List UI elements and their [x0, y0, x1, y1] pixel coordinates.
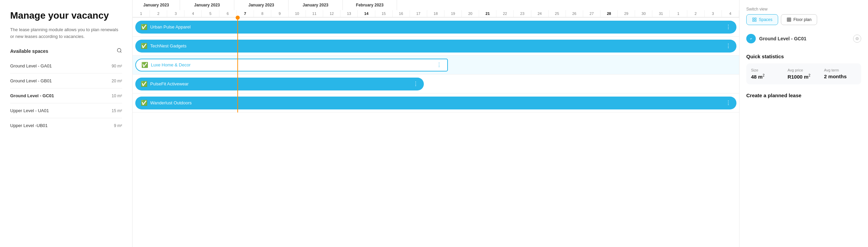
calendar-body: ✅ Urban Pulse Apparel ⋮ ✅ TechNest Gadge…	[133, 18, 739, 112]
lease-name-gc01: Luxe Home & Decor	[151, 62, 191, 67]
create-lease-title: Create a planned lease	[746, 92, 861, 98]
dots-icon-gc01[interactable]: ⋮	[436, 62, 442, 68]
check-circle-icon	[749, 36, 753, 41]
svg-point-0	[117, 48, 121, 52]
right-panel: Switch view Spaces Floor plan	[739, 0, 868, 247]
day-31: 31	[652, 10, 670, 17]
page-title: Manage your vacancy	[10, 10, 122, 21]
floorplan-view-button[interactable]: Floor plan	[781, 14, 817, 25]
day-20: 20	[462, 10, 479, 17]
lease-bar-gb01[interactable]: ✅ TechNest Gadgets ⋮	[135, 40, 736, 53]
day-33: 2	[687, 10, 705, 17]
space-name-gb01: Ground Level - GB01	[10, 78, 52, 83]
check-icon-gc01: ✅	[141, 62, 148, 68]
timeline-line	[237, 18, 238, 112]
stat-avg-term-label: Avg term	[824, 68, 856, 72]
space-name-ub01: Upper Level -UB01	[10, 123, 48, 128]
spaces-icon	[752, 17, 757, 22]
dots-icon-ua01[interactable]: ⋮	[413, 81, 418, 87]
space-selector-icon	[746, 34, 756, 43]
stat-avg-term-value: 2 months	[824, 74, 856, 79]
calendar-row-gc01: ✅ Luxe Home & Decor ⋮	[133, 56, 739, 75]
space-row-ga01: Ground Level - GA01 90 m²	[10, 59, 122, 73]
stat-avg-term: Avg term 2 months	[824, 68, 856, 80]
day-23: 23	[514, 10, 531, 17]
quick-stats: Quick statistics Size 48 m2 Avg price R1…	[746, 54, 861, 84]
day-19: 19	[445, 10, 462, 17]
search-button[interactable]	[117, 48, 122, 55]
svg-rect-4	[753, 20, 754, 21]
calendar-header: January 2023 January 2023 January 2023 J…	[133, 0, 739, 18]
day-1: 1	[133, 10, 150, 17]
month-jan3: January 2023	[234, 0, 289, 10]
floorplan-icon	[787, 17, 791, 22]
stat-avg-price: Avg price R1000 m2	[788, 68, 820, 80]
edit-icon	[855, 37, 859, 40]
spaces-view-button[interactable]: Spaces	[746, 14, 778, 25]
spaces-btn-label: Spaces	[759, 17, 772, 22]
day-30: 30	[635, 10, 652, 17]
day-13: 13	[340, 10, 358, 17]
day-15: 15	[375, 10, 393, 17]
day-29: 29	[618, 10, 635, 17]
day-5: 5	[202, 10, 219, 17]
page-subtitle: The lease planning module allows you to …	[10, 26, 122, 40]
space-row-gc01[interactable]: Ground Level - GC01 10 m²	[10, 88, 122, 103]
lease-bar-gc01[interactable]: ✅ Luxe Home & Decor ⋮	[135, 59, 448, 71]
svg-line-1	[120, 52, 121, 53]
month-jan2: January 2023	[180, 0, 234, 10]
dots-icon-ga01[interactable]: ⋮	[726, 24, 731, 30]
check-icon-gb01: ✅	[141, 43, 147, 49]
day-12: 12	[323, 10, 340, 17]
switch-view-label: Switch view	[746, 7, 861, 12]
lease-name-ua01: PulseFit Activewear	[150, 81, 189, 86]
space-row-gb01: Ground Level - GB01 20 m²	[10, 73, 122, 88]
day-28: 28	[600, 10, 618, 17]
month-row: January 2023 January 2023 January 2023 J…	[133, 0, 739, 10]
quick-stats-title: Quick statistics	[746, 54, 861, 59]
calendar-row-ua01: ✅ PulseFit Activewear ⋮	[133, 75, 739, 94]
day-4: 4	[184, 10, 202, 17]
day-10: 10	[289, 10, 306, 17]
stat-size: Size 48 m2	[751, 68, 784, 80]
lease-bar-ga01[interactable]: ✅ Urban Pulse Apparel ⋮	[135, 21, 736, 34]
timeline-dot	[236, 16, 240, 20]
lease-name-ub01: Wanderlust Outdoors	[150, 100, 192, 105]
space-name-gc01: Ground Level - GC01	[10, 93, 54, 98]
selected-space-name: Ground Level - GC01	[759, 36, 850, 41]
available-spaces-header: Available spaces	[10, 48, 122, 55]
space-size-ua01: 15 m²	[112, 108, 122, 113]
space-name-ga01: Ground Level - GA01	[10, 63, 52, 68]
lease-bar-ub01[interactable]: ✅ Wanderlust Outdoors ⋮	[135, 97, 736, 109]
switch-view: Switch view Spaces Floor plan	[746, 7, 861, 25]
month-jan4: January 2023	[289, 0, 343, 10]
space-size-ub01: 9 m²	[114, 123, 122, 128]
day-35: 4	[722, 10, 739, 17]
day-26: 26	[566, 10, 583, 17]
space-row-ub01: Upper Level -UB01 9 m²	[10, 118, 122, 133]
day-2: 2	[150, 10, 167, 17]
edit-space-button[interactable]	[853, 35, 861, 43]
space-size-gc01: 10 m²	[112, 94, 122, 98]
search-icon	[117, 48, 122, 53]
dots-icon-ub01[interactable]: ⋮	[726, 100, 731, 106]
calendar-row-ga01: ✅ Urban Pulse Apparel ⋮	[133, 18, 739, 37]
dots-icon-gb01[interactable]: ⋮	[726, 43, 731, 49]
day-34: 3	[705, 10, 722, 17]
space-size-ga01: 90 m²	[112, 64, 122, 68]
svg-point-6	[749, 37, 753, 41]
month-feb: February 2023	[343, 0, 397, 10]
check-icon-ub01: ✅	[141, 100, 147, 106]
day-27: 27	[583, 10, 600, 17]
lease-bar-ua01[interactable]: ✅ PulseFit Activewear ⋮	[135, 78, 424, 90]
day-6: 6	[219, 10, 237, 17]
day-14: 14	[358, 10, 375, 17]
lease-name-gb01: TechNest Gadgets	[150, 43, 186, 48]
svg-rect-5	[755, 20, 756, 21]
stat-size-label: Size	[751, 68, 784, 72]
calendar-row-gb01: ✅ TechNest Gadgets ⋮	[133, 37, 739, 56]
spaces-list: Ground Level - GA01 90 m² Ground Level -…	[10, 59, 122, 133]
left-panel: Manage your vacancy The lease planning m…	[0, 0, 132, 247]
day-9: 9	[271, 10, 289, 17]
page: Manage your vacancy The lease planning m…	[0, 0, 868, 247]
